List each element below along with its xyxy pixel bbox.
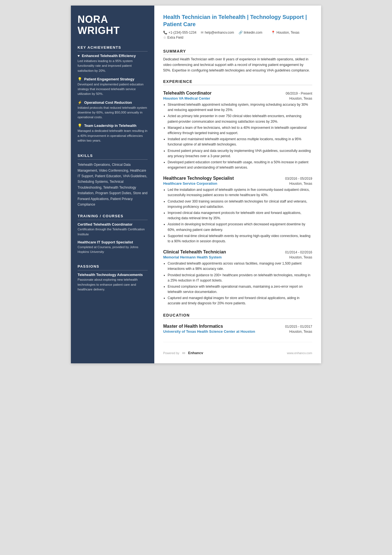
education-section-title: EDUCATION	[163, 313, 312, 319]
education-item-1: Master of Health Informatics 01/2015 - 0…	[163, 320, 312, 334]
list-item: Streamlined telehealth appointment sched…	[168, 102, 312, 113]
achievement-list: ♥ Enhanced Telehealth Efficiency Led ini…	[78, 54, 148, 143]
achievement-item-4: 💡 Team Leadership in Telehealth Managed …	[78, 124, 148, 143]
edu-1-date: 01/2015 - 01/2017	[285, 325, 312, 329]
sidebar: NORA WRIGHT KEY ACHIEVEMENTS ♥ Enhanced …	[71, 6, 154, 363]
list-item: Coordinated telehealth appointments acro…	[168, 261, 312, 272]
training-section: TRAINING / COURSES Certified Telehealth …	[78, 214, 148, 258]
training-name-1: Certified Telehealth Coordinator	[78, 222, 148, 226]
training-item-2: Healthcare IT Support Specialist Complet…	[78, 240, 148, 255]
job-3-location: Houston, Texas	[289, 255, 312, 259]
training-name-2: Healthcare IT Support Specialist	[78, 240, 148, 244]
achievement-title-4: 💡 Team Leadership in Telehealth	[78, 124, 148, 128]
footer: Powered by ∞ Enhancv www.enhancv.com	[163, 342, 312, 356]
edu-1-school: University of Texas Health Science Cente…	[163, 329, 255, 334]
list-item: Developed patient education content for …	[168, 160, 312, 170]
achievement-item-1: ♥ Enhanced Telehealth Efficiency Led ini…	[78, 54, 148, 73]
training-desc-1: Certification through the Telehealth Cer…	[78, 227, 148, 237]
key-achievements-section: KEY ACHIEVEMENTS ♥ Enhanced Telehealth E…	[78, 45, 148, 147]
experience-section-title: EXPERIENCE	[163, 79, 312, 85]
candidate-name: NORA WRIGHT	[78, 14, 148, 36]
job-2-date: 03/2016 - 05/2019	[285, 177, 312, 181]
achievement-title-3: ⚡ Operational Cost Reduction	[78, 100, 148, 105]
edu-1-header: Master of Health Informatics 01/2015 - 0…	[163, 324, 312, 329]
achievement-title-2: 💡 Patient Engagement Strategy	[78, 77, 148, 81]
list-item: Assisted in developing technical support…	[168, 222, 312, 232]
list-item: Managed a team of five technicians, whic…	[168, 125, 312, 136]
list-item: Ensured compliance with telehealth opera…	[168, 284, 312, 295]
email-icon: ✉	[201, 31, 204, 34]
training-desc-2: Completed at Coursera, provided by Johns…	[78, 245, 148, 255]
lightning-icon: ⚡	[78, 100, 82, 105]
contact-bar: 📞 +1-(234)-555-1234 ✉ help@enhancv.com 🔗…	[163, 31, 312, 40]
contact-location: 📍 Houston, Texas	[271, 31, 299, 34]
link-icon: 🔗	[239, 31, 243, 34]
star-icon: ☆	[163, 36, 166, 40]
passion-desc-1: Passionate about exploring new telehealt…	[78, 277, 148, 292]
achievement-title-1: ♥ Enhanced Telehealth Efficiency	[78, 54, 148, 58]
job-2-header: Healthcare Technology Specialist 03/2016…	[163, 176, 312, 181]
list-item: Acted as primary tele presenter in over …	[168, 114, 312, 124]
list-item: Supported real-time clinical telehealth …	[168, 233, 312, 244]
job-3-bullets: Coordinated telehealth appointments acro…	[163, 261, 312, 306]
job-3-header: Clinical Telehealth Technician 01/2014 -…	[163, 250, 312, 255]
lightbulb-icon-2: 💡	[78, 124, 82, 128]
skills-title: SKILLS	[78, 154, 148, 160]
achievement-desc-3: Initiated protocols that reduced telehea…	[78, 105, 148, 120]
passions-section: PASSIONS Telehealth Technology Advanceme…	[78, 264, 148, 295]
lightbulb-icon-1: 💡	[78, 77, 82, 81]
skills-text: Telehealth Operations, Clinical Data Man…	[78, 162, 148, 207]
job-1-location: Houston, Texas	[289, 97, 312, 100]
job-1-company: Houston VA Medical Center	[163, 96, 210, 100]
job-2-company-row: Healthcare Service Corporation Houston, …	[163, 181, 312, 186]
edu-1-degree: Master of Health Informatics	[163, 324, 223, 329]
training-title: TRAINING / COURSES	[78, 214, 148, 220]
key-achievements-title: KEY ACHIEVEMENTS	[78, 45, 148, 51]
job-1-bullets: Streamlined telehealth appointment sched…	[163, 102, 312, 170]
skills-section: SKILLS Telehealth Operations, Clinical D…	[78, 154, 148, 207]
contact-email: ✉ help@enhancv.com	[201, 31, 234, 34]
contact-linkedin: 🔗 linkedin.com	[239, 31, 262, 34]
job-1-title: Telehealth Coordinator	[163, 91, 212, 96]
job-1-date: 06/2019 - Present	[286, 92, 312, 95]
job-1-company-row: Houston VA Medical Center Houston, Texas	[163, 96, 312, 100]
heart-icon: ♥	[78, 54, 80, 58]
job-1-header: Telehealth Coordinator 06/2019 - Present	[163, 91, 312, 96]
job-3-company-row: Memorial Hermann Health System Houston, …	[163, 255, 312, 259]
location-icon: 📍	[271, 31, 275, 34]
passion-name-1: Telehealth Technology Advancements	[78, 273, 148, 277]
summary-section-title: SUMMARY	[163, 49, 312, 55]
list-item: Ensured patient privacy and data securit…	[168, 148, 312, 159]
job-3-company: Memorial Hermann Health System	[163, 255, 222, 259]
phone-icon: 📞	[163, 31, 167, 34]
contact-phone: 📞 +1-(234)-555-1234	[163, 31, 196, 34]
list-item: Conducted over 300 training sessions on …	[168, 199, 312, 209]
powered-by-label: Powered by	[163, 351, 179, 355]
edu-1-location: Houston, Texas	[289, 330, 312, 334]
achievement-desc-2: Developed and implemented patient educat…	[78, 82, 148, 97]
list-item: Provided technical guidance to 200+ heal…	[168, 273, 312, 283]
resume-container: NORA WRIGHT KEY ACHIEVEMENTS ♥ Enhanced …	[71, 6, 321, 363]
achievement-item-3: ⚡ Operational Cost Reduction Initiated p…	[78, 100, 148, 120]
list-item: Captured and managed digital images for …	[168, 295, 312, 306]
job-2-location: Houston, Texas	[289, 182, 312, 186]
job-3-title: Clinical Telehealth Technician	[163, 250, 226, 255]
training-item-1: Certified Telehealth Coordinator Certifi…	[78, 222, 148, 237]
edu-1-school-row: University of Texas Health Science Cente…	[163, 329, 312, 334]
achievement-desc-1: Led initiatives leading to a 95% system …	[78, 59, 148, 73]
list-item: Installed and maintained telehealth equi…	[168, 137, 312, 147]
achievement-item-2: 💡 Patient Engagement Strategy Developed …	[78, 77, 148, 97]
summary-text: Dedicated Health Technician with over 8 …	[163, 56, 312, 73]
job-2: Healthcare Technology Specialist 03/2016…	[163, 172, 312, 246]
contact-extra: ☆ Extra Field	[163, 36, 183, 40]
job-2-title: Healthcare Technology Specialist	[163, 176, 234, 181]
list-item: Improved clinical data management protoc…	[168, 210, 312, 221]
passions-title: PASSIONS	[78, 264, 148, 270]
main-headline: Health Technician in Telehealth | Techno…	[163, 13, 312, 28]
brand-name: Enhancv	[188, 351, 203, 355]
job-1: Telehealth Coordinator 06/2019 - Present…	[163, 87, 312, 172]
job-3-date: 01/2014 - 02/2016	[285, 250, 312, 254]
main-content: Health Technician in Telehealth | Techno…	[154, 6, 321, 363]
passion-item-1: Telehealth Technology Advancements Passi…	[78, 273, 148, 292]
achievement-desc-4: Managed a dedicated telehealth team resu…	[78, 129, 148, 143]
